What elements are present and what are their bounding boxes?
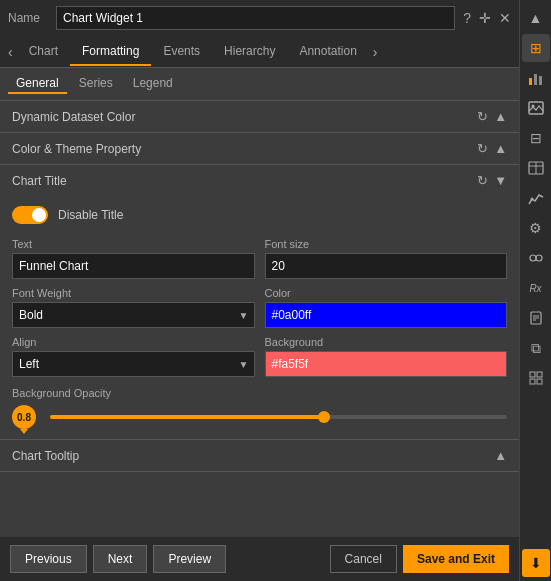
color-theme-refresh-icon[interactable]: ↻ bbox=[477, 141, 488, 156]
svg-point-9 bbox=[530, 255, 536, 261]
svg-rect-18 bbox=[537, 379, 542, 384]
svg-point-8 bbox=[530, 198, 533, 201]
header-icons: ? ✛ ✕ bbox=[463, 10, 511, 26]
sidebar-rx-icon[interactable]: Rx bbox=[522, 274, 550, 302]
color-theme-label: Color & Theme Property bbox=[12, 142, 141, 156]
font-size-input[interactable] bbox=[265, 253, 508, 279]
help-icon[interactable]: ? bbox=[463, 10, 471, 26]
sub-tab-legend[interactable]: Legend bbox=[125, 74, 181, 94]
save-exit-button[interactable]: Save and Exit bbox=[403, 545, 509, 573]
next-button[interactable]: Next bbox=[93, 545, 148, 573]
widget-name-input[interactable] bbox=[56, 6, 455, 30]
text-input[interactable] bbox=[12, 253, 255, 279]
tab-bar: ‹ Chart Formatting Events Hierarchy Anno… bbox=[0, 36, 519, 68]
previous-button[interactable]: Previous bbox=[10, 545, 87, 573]
fontweight-color-row: Font Weight Bold Normal Lighter ▼ bbox=[12, 287, 507, 328]
sidebar-report-icon[interactable] bbox=[522, 304, 550, 332]
dynamic-dataset-refresh-icon[interactable]: ↻ bbox=[477, 109, 488, 124]
svg-rect-2 bbox=[539, 76, 542, 85]
cancel-button[interactable]: Cancel bbox=[330, 545, 397, 573]
background-input[interactable]: #fa5f5f bbox=[265, 351, 508, 377]
preview-button[interactable]: Preview bbox=[153, 545, 226, 573]
background-group: Background #fa5f5f bbox=[265, 336, 508, 377]
color-theme-icons: ↻ ▲ bbox=[477, 141, 507, 156]
sidebar-table2-icon[interactable] bbox=[522, 154, 550, 182]
tab-formatting[interactable]: Formatting bbox=[70, 38, 151, 66]
svg-rect-17 bbox=[530, 379, 535, 384]
sub-tab-series[interactable]: Series bbox=[71, 74, 121, 94]
tab-left-arrow[interactable]: ‹ bbox=[4, 44, 17, 60]
opacity-label: Background Opacity bbox=[12, 387, 507, 399]
background-label: Background bbox=[265, 336, 508, 348]
font-weight-label: Font Weight bbox=[12, 287, 255, 299]
svg-rect-15 bbox=[530, 372, 535, 377]
disable-title-toggle[interactable] bbox=[12, 206, 48, 224]
sidebar-image-icon[interactable] bbox=[522, 94, 550, 122]
right-sidebar: ▲ ⊞ ⊟ ⚙ Rx ⧉ ⬇ bbox=[519, 0, 551, 581]
font-weight-select-wrap: Bold Normal Lighter ▼ bbox=[12, 302, 255, 328]
chart-tooltip-collapse-icon[interactable]: ▲ bbox=[494, 448, 507, 463]
dynamic-dataset-icons: ↻ ▲ bbox=[477, 109, 507, 124]
font-size-label: Font size bbox=[265, 238, 508, 250]
sidebar-chart-bar-icon[interactable] bbox=[522, 64, 550, 92]
dynamic-dataset-header[interactable]: Dynamic Dataset Color ↻ ▲ bbox=[0, 101, 519, 132]
dynamic-dataset-collapse-icon[interactable]: ▲ bbox=[494, 109, 507, 124]
color-input[interactable]: #0a00ff bbox=[265, 302, 508, 328]
align-select-wrap: Left Center Right ▼ bbox=[12, 351, 255, 377]
close-icon[interactable]: ✕ bbox=[499, 10, 511, 26]
tab-chart[interactable]: Chart bbox=[17, 38, 70, 66]
color-theme-section: Color & Theme Property ↻ ▲ bbox=[0, 133, 519, 165]
move-icon[interactable]: ✛ bbox=[479, 10, 491, 26]
align-select[interactable]: Left Center Right bbox=[12, 351, 255, 377]
svg-point-10 bbox=[536, 255, 542, 261]
sidebar-table-icon[interactable]: ⊞ bbox=[522, 34, 550, 62]
sidebar-gear-icon[interactable]: ⚙ bbox=[522, 214, 550, 242]
name-label: Name bbox=[8, 11, 48, 25]
dynamic-dataset-section: Dynamic Dataset Color ↻ ▲ bbox=[0, 101, 519, 133]
sidebar-group-icon[interactable] bbox=[522, 244, 550, 272]
chart-title-section: Chart Title ↻ ▼ Disable Title bbox=[0, 165, 519, 440]
font-weight-select[interactable]: Bold Normal Lighter bbox=[12, 302, 255, 328]
text-fontsize-row: Text Font size bbox=[12, 238, 507, 279]
color-group: Color #0a00ff bbox=[265, 287, 508, 328]
chart-title-label: Chart Title bbox=[12, 174, 67, 188]
chart-tooltip-header[interactable]: Chart Tooltip ▲ bbox=[0, 440, 519, 471]
chart-title-header[interactable]: Chart Title ↻ ▼ bbox=[0, 165, 519, 196]
sub-tab-general[interactable]: General bbox=[8, 74, 67, 94]
color-theme-header[interactable]: Color & Theme Property ↻ ▲ bbox=[0, 133, 519, 164]
chart-tooltip-icons: ▲ bbox=[494, 448, 507, 463]
align-label: Align bbox=[12, 336, 255, 348]
opacity-slider[interactable] bbox=[50, 415, 507, 419]
text-label: Text bbox=[12, 238, 255, 250]
sub-tabs: General Series Legend bbox=[0, 68, 519, 101]
sidebar-download-icon[interactable]: ⬇ bbox=[522, 549, 550, 577]
svg-rect-16 bbox=[537, 372, 542, 377]
opacity-row: 0.8 bbox=[12, 405, 507, 429]
footer: Previous Next Preview Cancel Save and Ex… bbox=[0, 537, 519, 581]
text-group: Text bbox=[12, 238, 255, 279]
tab-right-arrow[interactable]: › bbox=[369, 44, 382, 60]
sidebar-chart-line-icon[interactable] bbox=[522, 184, 550, 212]
chart-title-collapse-icon[interactable]: ▼ bbox=[494, 173, 507, 188]
tab-events[interactable]: Events bbox=[151, 38, 212, 66]
sidebar-nav-up[interactable]: ▲ bbox=[522, 4, 550, 32]
color-theme-collapse-icon[interactable]: ▲ bbox=[494, 141, 507, 156]
chart-title-icons: ↻ ▼ bbox=[477, 173, 507, 188]
disable-title-label: Disable Title bbox=[58, 208, 123, 222]
opacity-section: Background Opacity 0.8 bbox=[12, 387, 507, 429]
chart-tooltip-section: Chart Tooltip ▲ bbox=[0, 440, 519, 472]
color-label: Color bbox=[265, 287, 508, 299]
sidebar-grid-icon[interactable] bbox=[522, 364, 550, 392]
sidebar-layout-icon[interactable]: ⊟ bbox=[522, 124, 550, 152]
sidebar-layers-icon[interactable]: ⧉ bbox=[522, 334, 550, 362]
font-size-group: Font size bbox=[265, 238, 508, 279]
tab-hierarchy[interactable]: Hierarchy bbox=[212, 38, 287, 66]
svg-rect-1 bbox=[534, 74, 537, 85]
header: Name ? ✛ ✕ bbox=[0, 0, 519, 36]
svg-rect-0 bbox=[529, 78, 532, 85]
tab-annotation[interactable]: Annotation bbox=[287, 38, 368, 66]
opacity-thumb[interactable] bbox=[318, 411, 330, 423]
opacity-badge: 0.8 bbox=[12, 405, 36, 429]
chart-title-refresh-icon[interactable]: ↻ bbox=[477, 173, 488, 188]
chart-tooltip-label: Chart Tooltip bbox=[12, 449, 79, 463]
